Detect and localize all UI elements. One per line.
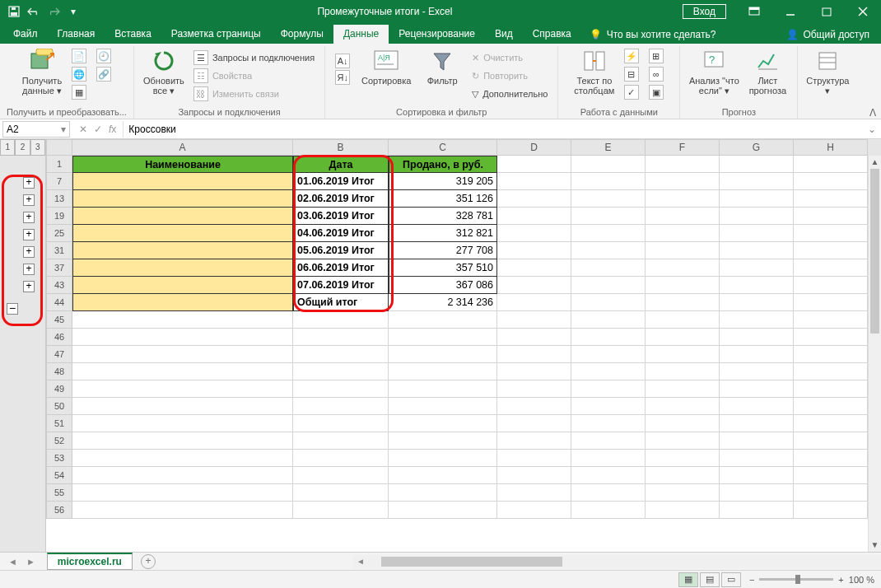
tab-home[interactable]: Главная bbox=[48, 25, 105, 44]
relationships-icon[interactable]: ∞ bbox=[646, 66, 667, 82]
row-head[interactable]: 46 bbox=[46, 329, 72, 346]
scroll-up-icon[interactable]: ▲ bbox=[869, 156, 881, 169]
cell[interactable] bbox=[497, 277, 571, 294]
data-model-icon[interactable]: ▣ bbox=[646, 84, 667, 100]
cell[interactable] bbox=[497, 432, 571, 450]
row-head[interactable]: 50 bbox=[46, 398, 72, 415]
cell[interactable] bbox=[72, 346, 293, 363]
from-table-icon[interactable]: ▦ bbox=[68, 84, 90, 100]
cell[interactable]: 351 126 bbox=[389, 190, 497, 208]
cell[interactable] bbox=[389, 380, 497, 398]
cell[interactable] bbox=[497, 450, 571, 467]
cell[interactable] bbox=[571, 277, 646, 294]
cell[interactable] bbox=[72, 259, 293, 277]
cell[interactable] bbox=[72, 190, 293, 208]
data-validation-icon[interactable]: ✓ bbox=[621, 84, 642, 100]
from-web-icon[interactable]: 🌐 bbox=[68, 66, 90, 82]
cell[interactable] bbox=[497, 502, 571, 519]
cell[interactable] bbox=[794, 311, 868, 329]
cell[interactable] bbox=[720, 502, 794, 519]
flash-fill-icon[interactable]: ⚡ bbox=[621, 48, 642, 64]
row-head[interactable]: 31 bbox=[46, 242, 72, 259]
zoom-in-icon[interactable]: + bbox=[838, 575, 843, 585]
cell[interactable] bbox=[646, 380, 720, 398]
cell[interactable] bbox=[293, 415, 389, 432]
cell[interactable] bbox=[72, 242, 293, 259]
cell[interactable] bbox=[293, 398, 389, 415]
column-head[interactable]: F bbox=[646, 139, 720, 156]
cell[interactable] bbox=[720, 398, 794, 415]
cell[interactable] bbox=[720, 294, 794, 311]
cell[interactable] bbox=[646, 363, 720, 380]
zoom-out-icon[interactable]: − bbox=[749, 575, 754, 585]
cell[interactable] bbox=[720, 363, 794, 380]
advanced-filter-button[interactable]: ▽Дополнительно bbox=[468, 86, 551, 102]
cell[interactable] bbox=[497, 346, 571, 363]
cell[interactable] bbox=[720, 467, 794, 484]
outline-expand[interactable]: + bbox=[23, 281, 35, 292]
outline-expand[interactable]: + bbox=[23, 246, 35, 258]
cell[interactable]: 277 708 bbox=[389, 242, 497, 259]
cell[interactable]: 312 821 bbox=[389, 225, 497, 242]
row-head[interactable]: 43 bbox=[46, 277, 72, 294]
cell[interactable] bbox=[571, 329, 646, 346]
row-head[interactable]: 19 bbox=[46, 208, 72, 225]
cell[interactable] bbox=[571, 242, 646, 259]
minimize-icon[interactable] bbox=[772, 0, 809, 23]
cell[interactable] bbox=[497, 190, 571, 208]
cell[interactable] bbox=[720, 277, 794, 294]
cell[interactable] bbox=[646, 311, 720, 329]
formula-input[interactable] bbox=[124, 124, 863, 135]
filter-button[interactable]: Фильтр bbox=[419, 48, 465, 86]
cell[interactable] bbox=[646, 277, 720, 294]
cell[interactable] bbox=[571, 173, 646, 190]
cell[interactable] bbox=[571, 311, 646, 329]
cell[interactable] bbox=[389, 346, 497, 363]
cell[interactable] bbox=[72, 311, 293, 329]
queries-button[interactable]: ☰Запросы и подключения bbox=[190, 49, 318, 66]
cell[interactable] bbox=[389, 398, 497, 415]
cell[interactable] bbox=[72, 294, 293, 311]
column-head[interactable]: H bbox=[794, 139, 868, 156]
cell[interactable] bbox=[720, 208, 794, 225]
cell[interactable] bbox=[293, 502, 389, 519]
cell[interactable] bbox=[571, 225, 646, 242]
row-head[interactable]: 44 bbox=[46, 294, 72, 311]
column-head[interactable]: G bbox=[720, 139, 794, 156]
cell[interactable] bbox=[794, 346, 868, 363]
cell[interactable] bbox=[720, 450, 794, 467]
cell[interactable] bbox=[497, 156, 571, 173]
row-head[interactable]: 7 bbox=[46, 173, 72, 190]
existing-conn-icon[interactable]: 🔗 bbox=[93, 66, 114, 82]
text-to-columns-button[interactable]: Текст по столбцам bbox=[571, 48, 618, 96]
horizontal-scrollbar[interactable]: ◄ bbox=[353, 555, 881, 568]
zoom-slider[interactable] bbox=[759, 578, 833, 581]
cell[interactable] bbox=[794, 294, 868, 311]
cell[interactable] bbox=[646, 173, 720, 190]
cell[interactable] bbox=[720, 415, 794, 432]
collapse-ribbon-icon[interactable]: ᐱ bbox=[869, 107, 876, 119]
cell[interactable] bbox=[646, 242, 720, 259]
cell[interactable] bbox=[389, 484, 497, 502]
cell[interactable] bbox=[72, 502, 293, 519]
outline-expand[interactable]: + bbox=[23, 264, 35, 275]
cell[interactable] bbox=[794, 380, 868, 398]
ribbon-display-icon[interactable] bbox=[736, 0, 772, 23]
cell[interactable] bbox=[497, 484, 571, 502]
cell[interactable] bbox=[497, 173, 571, 190]
sort-button[interactable]: А|Я Сортировка bbox=[357, 48, 416, 86]
cell[interactable] bbox=[794, 225, 868, 242]
cell[interactable] bbox=[72, 467, 293, 484]
column-head[interactable]: D bbox=[497, 139, 571, 156]
cell[interactable] bbox=[720, 242, 794, 259]
cell[interactable] bbox=[389, 329, 497, 346]
cell[interactable] bbox=[72, 173, 293, 190]
cell[interactable] bbox=[720, 432, 794, 450]
from-text-icon[interactable]: 📄 bbox=[68, 48, 90, 64]
cell[interactable] bbox=[72, 450, 293, 467]
outline-level-1[interactable]: 1 bbox=[0, 139, 15, 156]
fx-icon[interactable]: fx bbox=[109, 124, 116, 135]
sheet-nav[interactable]: ◄ ► bbox=[0, 557, 47, 567]
cell[interactable] bbox=[646, 484, 720, 502]
redo-icon[interactable] bbox=[46, 3, 61, 20]
